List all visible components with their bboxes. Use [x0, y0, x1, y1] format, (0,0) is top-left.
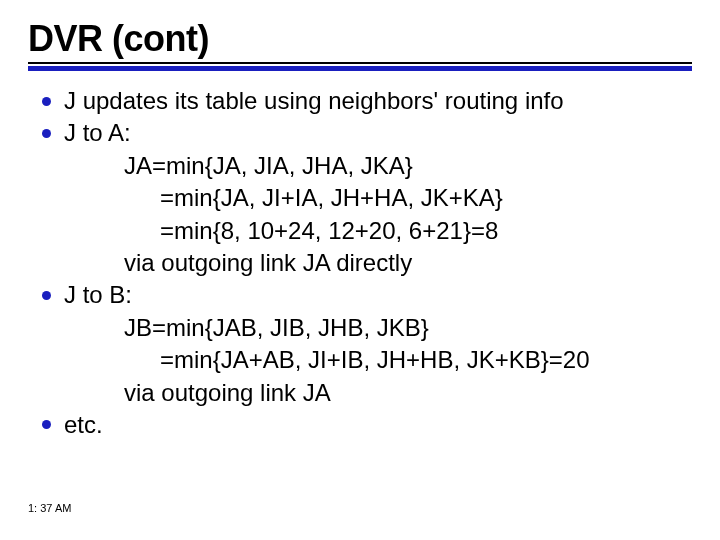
formula-block: JA=min{JA, JIA, JHA, JKA} =min{JA, JI+IA… — [64, 150, 692, 280]
title-rule-thick — [28, 66, 692, 71]
formula-line: via outgoing link JA — [124, 379, 331, 406]
bullet-text: J to B: — [64, 281, 132, 308]
bullet-item: J updates its table using neighbors' rou… — [42, 85, 692, 117]
title-rule-thin — [28, 62, 692, 64]
formula-block: JB=min{JAB, JIB, JHB, JKB} =min{JA+AB, J… — [64, 312, 692, 409]
formula-line: =min{JA+AB, JI+IB, JH+HB, JK+KB}=20 — [124, 344, 692, 376]
formula-line: =min{8, 10+24, 12+20, 6+21}=8 — [124, 215, 692, 247]
formula-line: JA=min{JA, JIA, JHA, JKA} — [124, 152, 413, 179]
slide-title: DVR (cont) — [28, 18, 692, 60]
bullet-item: J to A: JA=min{JA, JIA, JHA, JKA} =min{J… — [42, 117, 692, 279]
formula-line: via outgoing link JA directly — [124, 249, 412, 276]
slide: DVR (cont) J updates its table using nei… — [0, 0, 720, 540]
timestamp: 1: 37 AM — [28, 502, 71, 514]
bullet-list: J updates its table using neighbors' rou… — [28, 85, 692, 441]
formula-line: JB=min{JAB, JIB, JHB, JKB} — [124, 314, 429, 341]
bullet-text: J to A: — [64, 119, 131, 146]
bullet-item: J to B: JB=min{JAB, JIB, JHB, JKB} =min{… — [42, 279, 692, 409]
formula-line: =min{JA, JI+IA, JH+HA, JK+KA} — [124, 182, 692, 214]
bullet-item: etc. — [42, 409, 692, 441]
